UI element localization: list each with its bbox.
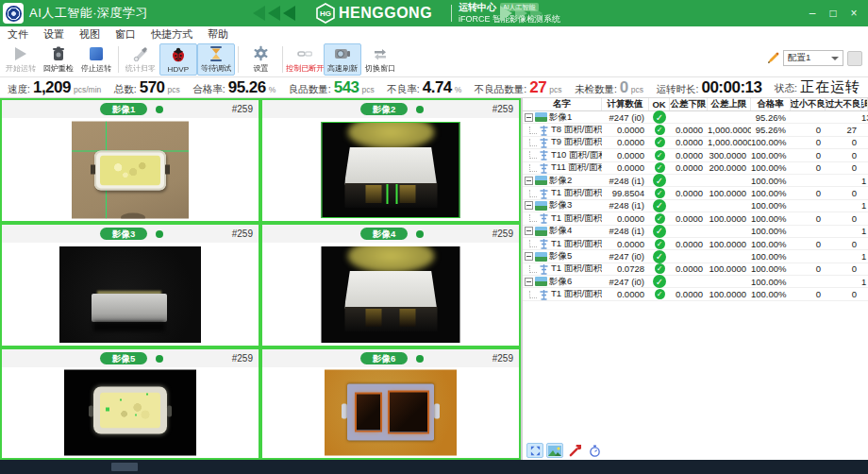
- stop-run-button[interactable]: 停止运转: [77, 43, 115, 76]
- too-small-count: 0: [791, 239, 826, 249]
- divider: [451, 5, 452, 22]
- menu-settings[interactable]: 设置: [43, 27, 64, 42]
- reset-stats-button[interactable]: 统计归零: [122, 43, 159, 76]
- tree-elbow: [529, 127, 537, 134]
- timer-button[interactable]: [586, 443, 603, 458]
- camera-image[interactable]: [2, 367, 259, 458]
- tolerance-low: 0.0000: [670, 137, 708, 147]
- elapsed-time: 1: [861, 277, 868, 287]
- config-selector: 配置1: [766, 50, 862, 66]
- measured-value: 0.0000: [602, 162, 649, 173]
- too-big-count: 0: [826, 150, 861, 161]
- table-row[interactable]: 影像6 #247 (i0) ✓ 100.00% 1: [523, 276, 868, 288]
- switch-window-button[interactable]: 切换窗口: [361, 43, 399, 76]
- camera-name-badge: 影像5: [100, 352, 147, 364]
- camera-image[interactable]: [262, 367, 519, 458]
- tree-expand-icon[interactable]: [525, 278, 533, 286]
- ok-check-icon: ✓: [653, 199, 666, 212]
- tree-expand-icon[interactable]: [525, 201, 533, 210]
- measured-value: #247 (i0): [602, 277, 649, 287]
- tree-expand-icon[interactable]: [525, 227, 533, 235]
- tools-button[interactable]: [566, 443, 583, 458]
- scrollbar-thumb[interactable]: [111, 463, 138, 471]
- fit-view-icon: [529, 445, 542, 457]
- tolerance-low: 0.0000: [670, 263, 708, 274]
- ok-cell: ✓: [649, 150, 670, 161]
- frame-counter: #259: [232, 104, 253, 114]
- table-row[interactable]: T8 面积/面积 0.0000 ✓ 0.0000 1,000.0000 95.2…: [523, 124, 868, 136]
- tolerance-high: 1,000.0000: [708, 125, 751, 135]
- image-thumb-icon: [535, 201, 547, 211]
- stat-pass-rate: 合格率:95.26%: [192, 78, 275, 97]
- tree-expand-icon[interactable]: [525, 177, 533, 185]
- tree-expand-icon[interactable]: [525, 113, 533, 122]
- menu-help[interactable]: 帮助: [208, 27, 228, 42]
- stop-icon: [90, 45, 103, 62]
- table-row[interactable]: 影像5 #247 (i0) ✓ 100.00% 1: [523, 250, 868, 262]
- image-display-button[interactable]: [546, 443, 563, 458]
- app-title: AI人工智能·深度学习: [29, 5, 148, 22]
- menu-file[interactable]: 文件: [8, 27, 28, 42]
- camera-panel-4[interactable]: 影像4 #259: [260, 223, 521, 347]
- camera-name-badge: 影像1: [100, 103, 147, 115]
- fast-refresh-button[interactable]: 高速刷新: [324, 43, 361, 76]
- wait-debug-button[interactable]: 等待调试: [197, 43, 235, 76]
- measure-tool-icon: [539, 188, 549, 199]
- camera-image[interactable]: [262, 118, 519, 221]
- timer-icon: [589, 445, 601, 457]
- carousel-left-arrows-icon[interactable]: [253, 6, 295, 21]
- tolerance-low: 0.0000: [670, 150, 708, 161]
- menu-view[interactable]: 视图: [79, 27, 100, 42]
- camera-panel-1[interactable]: 影像1 #259: [0, 98, 260, 223]
- settings-button[interactable]: 设置: [242, 43, 279, 76]
- measure-tool-icon: [539, 162, 549, 174]
- elapsed-time: 1: [861, 176, 868, 186]
- ok-cell: ✓: [649, 289, 670, 299]
- table-row[interactable]: T10 面积/面积 0.0000 ✓ 0.0000 300.0000 100.0…: [523, 149, 868, 161]
- recheck-button[interactable]: 回炉重检: [40, 43, 77, 76]
- table-row[interactable]: T9 面积/面积 0.0000 ✓ 0.0000 1,000.0000 100.…: [523, 137, 868, 149]
- camera-panel-2[interactable]: 影像2 #259: [260, 98, 521, 223]
- table-row[interactable]: T1 面积/面积 99.8504 ✓ 0.0000 100.0000 100.0…: [523, 187, 868, 199]
- fit-view-button[interactable]: [526, 443, 543, 458]
- camera-panel-6[interactable]: 影像6 #259: [260, 347, 521, 460]
- control-disconnected-button[interactable]: 控制已断开: [286, 43, 324, 76]
- table-row[interactable]: T1 面积/面积 0.0728 ✓ 0.0000 100.0000 100.00…: [523, 263, 868, 276]
- start-run-button[interactable]: 开始运转: [2, 43, 40, 76]
- minimize-button[interactable]: –: [802, 0, 823, 26]
- close-button[interactable]: ×: [843, 0, 864, 26]
- table-row[interactable]: T11 面积/面积 0.0000 ✓ 0.0000 200.0000 100.0…: [523, 162, 868, 175]
- ok-check-icon: ✓: [655, 188, 665, 198]
- ok-check-icon: ✓: [653, 110, 666, 124]
- table-row[interactable]: 影像3 #248 (i1) ✓ 100.00% 1: [523, 200, 868, 212]
- camera-image[interactable]: [2, 118, 259, 221]
- config-more-button[interactable]: [847, 51, 862, 66]
- carousel-right-arrows-icon[interactable]: [500, 6, 542, 21]
- camera-panel-3[interactable]: 影像3 #259: [0, 223, 260, 347]
- pass-rate: 100.00%: [751, 150, 791, 161]
- table-row[interactable]: 影像2 #248 (i1) ✓ 100.00% 1: [523, 175, 868, 187]
- maximize-button[interactable]: □: [823, 0, 843, 26]
- camera-image[interactable]: [2, 243, 259, 346]
- ok-check-icon: ✓: [655, 289, 665, 299]
- table-row[interactable]: T1 面积/面积 0.0000 ✓ 0.0000 100.0000 100.00…: [523, 288, 868, 300]
- tree-expand-icon[interactable]: [525, 252, 533, 261]
- toolbar-separator: [238, 46, 239, 73]
- camera-panel-5[interactable]: 影像5 #259: [0, 347, 260, 460]
- ok-check-icon: ✓: [655, 213, 665, 224]
- table-row[interactable]: 影像4 #248 (i1) ✓ 100.00% 1: [523, 226, 868, 238]
- pass-rate: 100.00%: [751, 176, 791, 186]
- stat-speed: 速度:1,209pcs/min: [8, 78, 101, 97]
- menu-window[interactable]: 窗口: [115, 27, 136, 42]
- hdvp-button[interactable]: HDVP: [159, 43, 197, 76]
- pass-rate: 100.00%: [751, 277, 791, 287]
- table-row[interactable]: 影像1 #247 (i0) ✓ 95.26% 13: [523, 111, 868, 124]
- menu-shortcuts[interactable]: 快捷方式: [151, 27, 192, 42]
- camera-image[interactable]: [262, 243, 519, 346]
- frame-counter: #259: [492, 353, 513, 364]
- config-dropdown[interactable]: 配置1: [783, 50, 843, 66]
- measure-tool-icon: [539, 125, 549, 136]
- table-row[interactable]: T1 面积/面积 0.0000 ✓ 0.0000 100.0000 100.00…: [523, 212, 868, 225]
- table-row[interactable]: T1 面积/面积 0.0000 ✓ 0.0000 100.0000 100.00…: [523, 238, 868, 250]
- broken-link-icon: [297, 45, 312, 62]
